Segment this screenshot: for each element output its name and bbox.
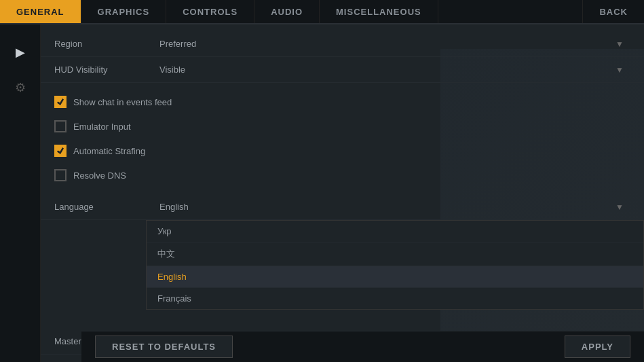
emulator-input-row: Emulator Input bbox=[41, 114, 644, 139]
automatic-strafing-row: Automatic Strafing bbox=[41, 139, 644, 163]
resolve-dns-checkbox[interactable] bbox=[54, 169, 67, 181]
tab-bar: GENERAL GRAPHICS CONTROLS AUDIO MISCELLA… bbox=[0, 0, 644, 24]
settings-container: Region Preferred ▼ HUD Visibility Visibl… bbox=[41, 31, 644, 362]
lang-option-zh[interactable]: 中文 bbox=[147, 242, 643, 266]
lang-option-fr[interactable]: Français bbox=[147, 288, 643, 309]
region-control[interactable]: Preferred ▼ bbox=[159, 39, 630, 49]
show-chat-label: Show chat in events feed bbox=[73, 97, 172, 107]
language-control[interactable]: English ▼ bbox=[159, 202, 630, 212]
lang-option-en[interactable]: English bbox=[147, 266, 643, 288]
hud-control[interactable]: Visible ▼ bbox=[159, 65, 630, 75]
sidebar: ▶ ⚙ bbox=[0, 24, 41, 362]
show-chat-row: Show chat in events feed bbox=[41, 90, 644, 114]
tab-graphics[interactable]: GRAPHICS bbox=[81, 0, 167, 23]
tab-audio[interactable]: AUDIO bbox=[254, 0, 320, 23]
show-chat-checkbox[interactable] bbox=[54, 96, 67, 108]
tab-controls[interactable]: CONTROLS bbox=[166, 0, 254, 23]
lang-option-ukr[interactable]: Укр bbox=[147, 221, 643, 242]
tab-general[interactable]: GENERAL bbox=[0, 0, 81, 23]
apply-button[interactable]: APPLY bbox=[565, 336, 630, 358]
emulator-input-checkbox[interactable] bbox=[54, 120, 67, 132]
hud-dropdown[interactable]: Visible ▼ bbox=[159, 65, 630, 75]
region-row: Region Preferred ▼ bbox=[41, 31, 644, 57]
region-dropdown[interactable]: Preferred ▼ bbox=[159, 39, 630, 49]
tab-miscellaneous[interactable]: MISCELLANEOUS bbox=[320, 0, 438, 23]
language-dropdown-menu: Укр 中文 English Français bbox=[146, 220, 644, 310]
language-dropdown-arrow: ▼ bbox=[615, 202, 624, 212]
language-section: Language English ▼ Укр 中文 English bbox=[41, 194, 644, 220]
back-button[interactable]: BACK bbox=[582, 0, 644, 23]
hud-label: HUD Visibility bbox=[54, 65, 159, 75]
bottom-bar: RESET TO DEFAULTS APPLY bbox=[81, 331, 644, 362]
resolve-dns-row: Resolve DNS bbox=[41, 163, 644, 187]
automatic-strafing-label: Automatic Strafing bbox=[73, 146, 145, 156]
play-icon[interactable]: ▶ bbox=[16, 45, 25, 60]
resolve-dns-label: Resolve DNS bbox=[73, 170, 126, 181]
reset-button[interactable]: RESET TO DEFAULTS bbox=[95, 336, 233, 358]
region-label: Region bbox=[54, 39, 159, 49]
hud-visibility-row: HUD Visibility Visible ▼ bbox=[41, 57, 644, 83]
settings-icon[interactable]: ⚙ bbox=[15, 80, 26, 95]
language-label: Language bbox=[54, 202, 159, 212]
language-dropdown[interactable]: English ▼ bbox=[159, 202, 630, 212]
emulator-input-label: Emulator Input bbox=[73, 122, 131, 132]
region-dropdown-arrow: ▼ bbox=[615, 39, 624, 49]
hud-dropdown-arrow: ▼ bbox=[615, 65, 624, 75]
automatic-strafing-checkbox[interactable] bbox=[54, 145, 67, 157]
main-content: Region Preferred ▼ HUD Visibility Visibl… bbox=[41, 24, 644, 362]
language-row: Language English ▼ bbox=[41, 194, 644, 220]
